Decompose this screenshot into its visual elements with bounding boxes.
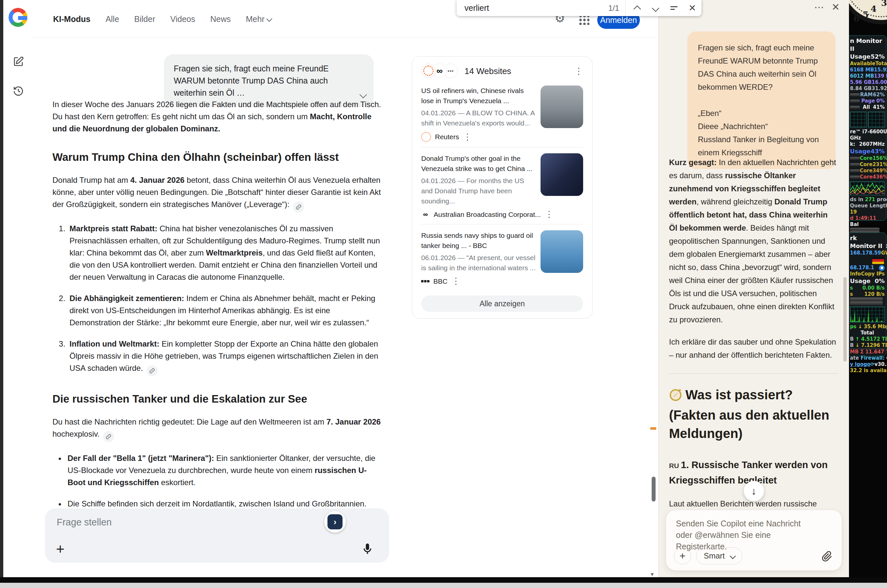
abc-favicon: ∞ [421, 210, 430, 219]
response-heading: Was ist passiert? (Fakten aus den aktuel… [669, 386, 838, 442]
nav-divider [31, 37, 657, 38]
chevron-down-icon [266, 16, 272, 22]
gadget-copy-ips-button[interactable]: Copy IPs [861, 271, 885, 277]
scrollbar-down-arrow[interactable]: ▾ [651, 571, 654, 578]
numbered-list: Marktpreis statt Rabatt: China hat bishe… [53, 222, 382, 376]
show-all-button[interactable]: Alle anzeigen [421, 296, 583, 312]
system-monitor-gadget: n Monitor II Usage52% AvailableTotal 616… [849, 35, 886, 221]
memory-graphs [850, 112, 885, 128]
history-icon[interactable] [12, 85, 24, 97]
reuters-favicon [421, 63, 436, 78]
source-thumbnail-refinery[interactable] [541, 86, 583, 128]
stop-icon[interactable] [879, 265, 885, 271]
gadget-info-button[interactable]: Info [850, 271, 861, 277]
tab-bilder[interactable]: Bilder [134, 14, 155, 24]
source-snippet: 04.01.2026 — For months the US and Donal… [421, 176, 537, 206]
list-item: Die Abhängigkeit zementieren: Indem er C… [68, 292, 382, 328]
mode-selector[interactable]: Smart [696, 548, 743, 564]
germany-flag-icon [872, 257, 884, 264]
find-match-marker[interactable] [650, 427, 656, 430]
answer-paragraph: Du hast die Nachrichten richtig gedeutet… [53, 416, 382, 442]
tab-alle[interactable]: Alle [105, 14, 119, 24]
screen: KI-Modus Alle Bilder Videos News Mehr ⚙ … [0, 0, 887, 588]
citation-link-icon[interactable] [147, 365, 158, 376]
find-close-button[interactable]: ✕ [683, 1, 702, 15]
citation-link-icon[interactable] [293, 201, 304, 213]
item-menu-icon[interactable]: ⋮ [545, 210, 554, 219]
gadget-title: n Monitor II [850, 37, 885, 53]
ask-question-box: Frage stellen + › [45, 508, 389, 563]
source-title[interactable]: Donald Trump's other goal in the Venezue… [421, 153, 537, 174]
network-monitor-gadget: rk Monitor II 168.178.59GW 68.178.1 Info… [849, 232, 886, 356]
bbc-favicon [421, 280, 429, 282]
card-menu-icon[interactable]: ⋮ [574, 67, 583, 76]
tab-mehr[interactable]: Mehr [246, 14, 271, 24]
find-next-button[interactable] [646, 1, 665, 15]
page-scrollbar-thumb[interactable] [652, 477, 655, 501]
answer-paragraph: In dieser Woche des Januars 2026 liegen … [53, 98, 382, 135]
cpu-history-graph [850, 182, 885, 195]
tab-ki-modus[interactable]: KI-Modus [53, 14, 90, 24]
copilot-scrollbar-thumb[interactable] [843, 277, 847, 362]
gadget-title: rk Monitor II [850, 234, 885, 250]
source-item[interactable]: US oil refiners win, Chinese rivals lose… [421, 80, 583, 147]
clock-numeral: 4 [870, 4, 876, 14]
refresh-icon[interactable]: ⟳ [870, 362, 875, 368]
tab-news[interactable]: News [210, 14, 231, 24]
divider [625, 0, 625, 16]
response-paragraph: Kurz gesagt: In den aktuellen Nachrichte… [669, 156, 838, 326]
source-item[interactable]: Russia sends navy ships to guard oil tan… [421, 224, 583, 291]
source-thumbnail-trump-xi[interactable] [541, 153, 583, 196]
composer-add-button[interactable]: + [674, 548, 691, 564]
window-bottom-edge [0, 577, 887, 583]
add-attachment-button[interactable]: + [56, 542, 65, 556]
network-traffic-graph [850, 307, 885, 322]
copilot-menu-icon[interactable]: ⋯ [814, 1, 824, 13]
user-question-text: Fragen sie sich, fragt euch meine Freund… [174, 64, 328, 97]
item-menu-icon[interactable]: ⋮ [451, 277, 460, 286]
ru-flag-fallback: RU [669, 462, 679, 470]
screen-left-edge [0, 0, 3, 583]
copilot-composer: Senden Sie Copilot eine Nachricht oder @… [666, 510, 842, 571]
google-sidebar [3, 0, 31, 577]
extension-badge[interactable]: › [324, 511, 346, 532]
attachment-icon[interactable] [821, 550, 833, 562]
tab-videos[interactable]: Videos [170, 14, 195, 24]
expand-chevron-icon[interactable] [359, 91, 367, 99]
source-name: BBC [433, 278, 447, 285]
compass-emoji-icon [669, 387, 682, 406]
scroll-to-bottom-button[interactable]: ↓ [744, 481, 764, 501]
desktop-strip: 3 4 5 6 n Monitor II Usage52% AvailableT… [849, 0, 887, 588]
item-menu-icon[interactable]: ⋮ [463, 133, 472, 141]
favicon-stack: ∞ ••• [421, 63, 460, 79]
down-arrow-icon: ↓ [855, 342, 860, 348]
google-logo-bar [18, 16, 27, 20]
clock-numeral: 3 [881, 0, 887, 8]
find-input[interactable]: verliert [457, 3, 608, 13]
microphone-icon[interactable] [361, 543, 374, 556]
citation-link-icon[interactable] [103, 431, 114, 442]
sources-card-header[interactable]: ∞ ••• 14 Websites ⋮ [421, 63, 583, 80]
find-match-count: 1/1 [608, 4, 619, 13]
copilot-close-icon[interactable]: ✕ [831, 1, 840, 13]
answer-heading-2: Die russischen Tanker und die Eskalation… [53, 392, 382, 406]
extension-shield-icon: › [328, 514, 343, 530]
source-title[interactable]: Russia sends navy ships to guard oil tan… [421, 230, 537, 250]
copilot-panel: ⋯ ✕ Fragen sie sich, fragt euch meine Fr… [658, 0, 849, 577]
clock-numeral: 5 [863, 10, 869, 20]
source-title[interactable]: US oil refiners win, Chinese rivals lose… [421, 86, 537, 106]
source-thumbnail-navy-ship[interactable] [541, 230, 583, 273]
find-previous-button[interactable] [628, 1, 646, 15]
source-snippet: 06.01.2026 — "At present, our vessel is … [421, 252, 537, 273]
answer-heading-1: Warum Trump China den Ölhahn (scheinbar)… [53, 150, 382, 164]
clock-numeral: 6 [854, 14, 860, 24]
copilot-user-bubble: Fragen sie sich, fragt euch meine Freund… [687, 32, 836, 169]
gadget-credit-link[interactable]: y lgogo [850, 362, 870, 368]
taskbar-edge [0, 583, 887, 588]
ask-input[interactable]: Frage stellen [57, 517, 112, 528]
user-message-text: „Eben“Dieee „Nachrichten“Russland Tanker… [698, 107, 825, 159]
source-item[interactable]: Donald Trump's other goal in the Venezue… [421, 147, 583, 224]
compose-icon[interactable] [12, 56, 24, 68]
find-options-icon[interactable] [665, 1, 683, 15]
source-name: Reuters [435, 133, 459, 141]
